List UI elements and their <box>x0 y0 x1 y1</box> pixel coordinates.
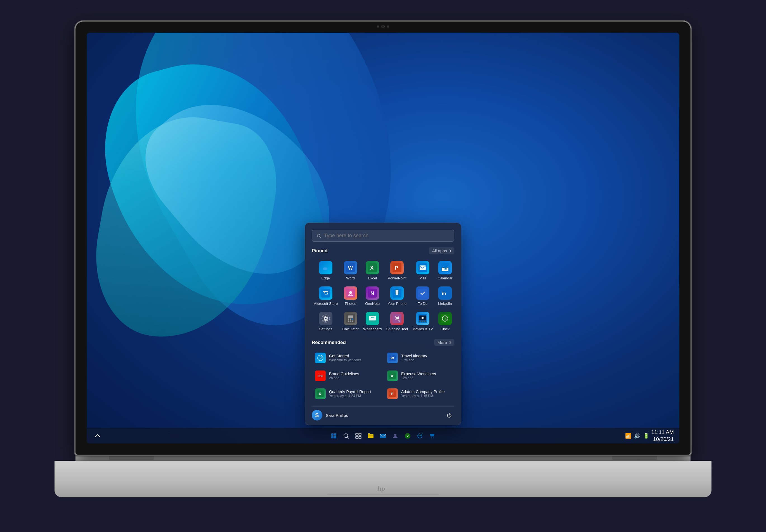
taskbar-edge2[interactable] <box>415 431 425 441</box>
svg-text:PDF: PDF <box>317 375 323 378</box>
svg-rect-42 <box>419 321 421 322</box>
svg-point-76 <box>433 437 434 438</box>
hp-brand-logo: hp <box>376 483 390 493</box>
task-view-button[interactable] <box>353 431 364 441</box>
taskbar-search-icon <box>343 433 349 439</box>
wifi-icon[interactable]: 📶 <box>625 433 631 439</box>
whiteboard-label: Whiteboard <box>363 327 381 331</box>
word-logo: W <box>346 263 355 272</box>
app-edge[interactable]: Edge <box>312 258 339 282</box>
hinge-left <box>109 455 154 460</box>
app-store[interactable]: Microsoft Store <box>312 284 339 308</box>
svg-point-73 <box>394 434 397 436</box>
power-button[interactable] <box>444 410 454 420</box>
taskbar-mail[interactable] <box>378 431 388 441</box>
svg-point-21 <box>397 295 398 296</box>
calendar-label: Calendar <box>438 276 452 280</box>
app-clock[interactable]: Clock <box>436 309 454 333</box>
onenote-logo: N <box>368 289 377 298</box>
taskbar-teams[interactable] <box>390 431 401 441</box>
adatum-name: Adatum Company Profile <box>401 389 451 394</box>
powerpoint-icon: P <box>390 261 404 274</box>
app-calculator[interactable]: Calculator <box>340 309 360 333</box>
webcam-area <box>377 25 389 28</box>
todo-icon <box>416 286 430 300</box>
rec-expense-worksheet[interactable]: X Expense Worksheet 12h ago <box>384 368 454 384</box>
calendar-logo: 20 <box>441 263 450 272</box>
taskbar-explorer[interactable] <box>365 431 376 441</box>
store-logo <box>321 289 330 298</box>
svg-rect-32 <box>348 320 349 322</box>
app-yourphone[interactable]: Your Phone <box>385 284 410 308</box>
svg-rect-67 <box>359 433 361 435</box>
snipping-logo <box>393 314 402 323</box>
app-excel[interactable]: X Excel <box>361 258 383 282</box>
rec-quarterly-payroll[interactable]: X Quarterly Payroll Report Yesterday at … <box>312 386 382 402</box>
app-todo[interactable]: To Do <box>411 284 435 308</box>
svg-rect-36 <box>369 316 376 320</box>
start-button[interactable] <box>328 431 339 441</box>
svg-rect-37 <box>369 320 376 321</box>
svg-point-74 <box>405 433 411 439</box>
rec-travel-itinerary[interactable]: W Travel Itinerary 17m ago <box>384 350 454 366</box>
svg-text:hp: hp <box>377 485 385 493</box>
app-settings[interactable]: Settings <box>312 309 339 333</box>
search-bar[interactable] <box>312 230 454 242</box>
taskbar-center <box>328 431 438 441</box>
app-onenote[interactable]: N OneNote <box>361 284 383 308</box>
volume-icon[interactable]: 🔊 <box>634 433 640 439</box>
svg-text:P: P <box>391 392 394 396</box>
app-word[interactable]: W Word <box>340 258 360 282</box>
app-mail[interactable]: Mail <box>411 258 435 282</box>
rec-adatum[interactable]: P Adatum Company Profile Yesterday at 1:… <box>384 386 454 402</box>
user-info[interactable]: S Sara Philips <box>312 410 348 421</box>
quarterly-excel-logo: X <box>317 390 324 397</box>
chevron-up-button[interactable] <box>92 431 103 441</box>
calculator-label: Calculator <box>342 327 359 331</box>
app-whiteboard[interactable]: Whiteboard <box>361 309 383 333</box>
battery-icon[interactable]: 🔋 <box>643 433 649 439</box>
search-icon <box>316 233 321 238</box>
app-powerpoint[interactable]: P PowerPoint <box>385 258 410 282</box>
app-movies[interactable]: Movies & TV <box>411 309 435 333</box>
store-label: Microsoft Store <box>313 301 338 306</box>
app-linkedin[interactable]: in LinkedIn <box>436 284 454 308</box>
hinge-area <box>75 455 691 461</box>
taskbar-right: 📶 🔊 🔋 11:11 AM 10/20/21 <box>625 429 674 443</box>
svg-rect-14 <box>321 289 330 298</box>
svg-point-1 <box>323 267 327 270</box>
quarterly-icon: X <box>315 388 326 399</box>
hinge-right <box>612 455 657 460</box>
movies-logo <box>418 314 427 323</box>
svg-rect-29 <box>348 319 349 320</box>
svg-rect-33 <box>350 320 351 322</box>
app-calendar[interactable]: 20 Calendar <box>436 258 454 282</box>
svg-rect-20 <box>396 290 399 295</box>
more-chevron-icon <box>448 341 451 344</box>
app-snipping[interactable]: Snipping Tool <box>385 309 410 333</box>
app-photos[interactable]: Photos <box>340 284 360 308</box>
rec-get-started[interactable]: Get Started Welcome to Windows <box>312 350 382 366</box>
more-button[interactable]: More <box>434 339 454 346</box>
taskbar: 📶 🔊 🔋 11:11 AM 10/20/21 <box>87 428 679 443</box>
taskbar-xbox[interactable] <box>402 431 413 441</box>
mail-icon <box>416 261 430 274</box>
search-input[interactable] <box>324 233 450 239</box>
yourphone-logo <box>393 289 402 298</box>
powerpoint-logo: P <box>393 263 402 272</box>
rec-brand-guidelines[interactable]: PDF Brand Guidelines 2h ago <box>312 368 382 384</box>
taskbar-mail-icon <box>379 433 387 439</box>
edge-logo <box>321 263 330 272</box>
all-apps-button[interactable]: All apps <box>429 247 454 254</box>
photos-logo <box>346 289 355 298</box>
store-icon <box>319 286 332 300</box>
taskbar-search-button[interactable] <box>341 431 351 441</box>
linkedin-logo: in <box>441 289 450 298</box>
clock-display[interactable]: 11:11 AM 10/20/21 <box>651 429 674 443</box>
photos-icon <box>344 286 357 300</box>
taskbar-edge-icon <box>417 433 423 439</box>
svg-rect-34 <box>352 320 353 322</box>
expense-icon: X <box>387 371 398 381</box>
whiteboard-logo <box>368 314 377 323</box>
taskbar-store[interactable] <box>427 431 438 441</box>
